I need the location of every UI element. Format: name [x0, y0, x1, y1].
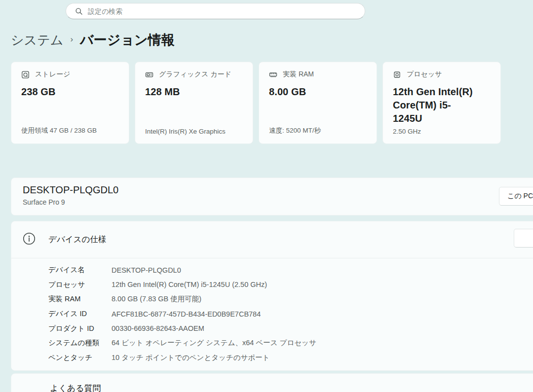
faq-section-header[interactable]: よくある質問 — [50, 383, 101, 392]
rename-pc-button-label: この PC — [507, 192, 533, 201]
table-row: プロセッサ 12th Gen Intel(R) Core(TM) i5-1245… — [48, 278, 528, 292]
ram-card-value: 8.00 GB — [269, 85, 367, 99]
settings-search-bar[interactable] — [66, 3, 365, 19]
device-specs-title: デバイスの仕様 — [48, 234, 106, 245]
table-row: デバイス名 DESKTOP-PLQGDL0 — [48, 263, 528, 278]
device-specs-table: デバイス名 DESKTOP-PLQGDL0 プロセッサ 12th Gen Int… — [48, 263, 528, 365]
storage-card-detail: 使用領域 47 GB / 238 GB — [21, 126, 123, 135]
ram-card: 実装 RAM 8.00 GB 速度: 5200 MT/秒 — [259, 62, 377, 144]
spec-label: 実装 RAM — [48, 294, 112, 304]
spec-value: 8.00 GB (7.83 GB 使用可能) — [112, 294, 201, 304]
graphics-card: グラフィックス カード 128 MB Intel(R) Iris(R) Xe G… — [135, 62, 253, 144]
spec-label: プロダクト ID — [48, 324, 112, 333]
storage-card-value: 238 GB — [21, 85, 119, 99]
spec-value: 12th Gen Intel(R) Core(TM) i5-1245U (2.5… — [112, 281, 267, 288]
graphics-card-value: 128 MB — [145, 85, 243, 99]
ram-icon — [269, 71, 277, 79]
device-specs-expander[interactable]: デバイスの仕様 — [11, 221, 533, 258]
table-row: 実装 RAM 8.00 GB (7.83 GB 使用可能) — [48, 292, 528, 307]
spec-label: デバイス ID — [48, 309, 112, 319]
breadcrumb-system[interactable]: システム — [11, 32, 63, 49]
ram-card-label: 実装 RAM — [283, 70, 314, 79]
rename-pc-button[interactable]: この PC — [499, 187, 533, 206]
table-row: プロダクト ID 00330-66936-82643-AAOEM — [48, 321, 528, 336]
graphics-card-detail: Intel(R) Iris(R) Xe Graphics — [145, 128, 247, 135]
spec-value: 64 ビット オペレーティング システム、x64 ベース プロセッサ — [112, 338, 316, 348]
breadcrumb: システム › バージョン情報 — [11, 30, 175, 50]
table-row: デバイス ID AFCF81BC-6877-457D-B434-ED0B9E7C… — [48, 307, 528, 321]
processor-card-label: プロセッサ — [407, 70, 442, 79]
spec-label: システムの種類 — [48, 338, 112, 348]
info-icon — [23, 232, 36, 245]
divider — [11, 258, 533, 258]
table-row: システムの種類 64 ビット オペレーティング システム、x64 ベース プロセ… — [48, 336, 528, 351]
processor-card-detail: 2.50 GHz — [393, 128, 495, 135]
device-name: DESKTOP-PLQGDL0 — [23, 184, 118, 196]
chevron-right-icon: › — [70, 35, 73, 44]
graphics-card-label: グラフィックス カード — [159, 70, 231, 79]
settings-about-page: システム › バージョン情報 ストレージ 238 GB 使用領域 47 GB /… — [0, 0, 533, 392]
device-model: Surface Pro 9 — [23, 198, 65, 206]
spec-label: ペンとタッチ — [48, 353, 112, 362]
spec-value: AFCF81BC-6877-457D-B434-ED0B9E7CB784 — [112, 310, 261, 318]
cpu-icon — [393, 71, 401, 79]
storage-card: ストレージ 238 GB 使用領域 47 GB / 238 GB — [11, 62, 129, 144]
spec-value: 00330-66936-82643-AAOEM — [112, 324, 204, 332]
gpu-icon — [145, 71, 153, 79]
search-icon — [75, 7, 83, 15]
copy-button[interactable] — [514, 229, 533, 248]
storage-icon — [21, 71, 30, 79]
spec-label: デバイス名 — [48, 265, 112, 275]
page-title: バージョン情報 — [80, 31, 175, 49]
device-name-panel: DESKTOP-PLQGDL0 Surface Pro 9 この PC — [11, 178, 533, 215]
table-row: ペンとタッチ 10 タッチ ポイントでのペンとタッチのサポート — [48, 351, 528, 365]
search-input[interactable] — [88, 7, 359, 15]
storage-card-label: ストレージ — [35, 70, 70, 79]
device-specs-panel: デバイスの仕様 デバイス名 DESKTOP-PLQGDL0 プロセッサ 12th… — [11, 221, 533, 371]
spec-value: 10 タッチ ポイントでのペンとタッチのサポート — [112, 353, 270, 362]
spec-value: DESKTOP-PLQGDL0 — [112, 266, 181, 274]
ram-card-detail: 速度: 5200 MT/秒 — [269, 126, 371, 135]
processor-card: プロセッサ 12th Gen Intel(R) Core(TM) i5-1245… — [382, 62, 501, 144]
spec-label: プロセッサ — [48, 280, 112, 289]
faq-panel: よくある質問 — [11, 373, 533, 392]
processor-card-value: 12th Gen Intel(R) Core(TM) i5-1245U — [393, 85, 491, 125]
